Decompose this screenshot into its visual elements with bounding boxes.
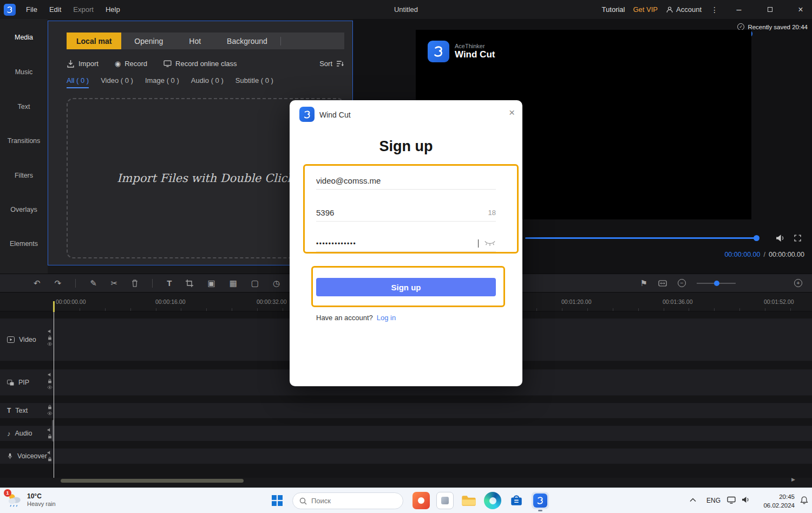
undo-icon[interactable]: ↶ [34, 279, 41, 287]
filter-video[interactable]: Video ( 0 ) [101, 76, 133, 85]
text-tool-icon[interactable]: T [167, 279, 172, 287]
sort-button[interactable]: Sort [319, 60, 344, 68]
more-options-icon[interactable]: ⋮ [710, 5, 719, 14]
search-input[interactable] [311, 497, 387, 505]
marker-icon[interactable]: ⚑ [640, 279, 647, 287]
notifications-bell-icon[interactable] [800, 496, 808, 504]
audio-track-lane[interactable] [0, 426, 812, 441]
account-button[interactable]: Account [666, 5, 702, 14]
pip-track-toggles[interactable] [47, 372, 53, 389]
menu-export[interactable]: Export [67, 5, 100, 14]
menu-file[interactable]: File [20, 5, 43, 14]
signup-submit-button[interactable]: Sign up [316, 278, 496, 296]
photos-app-icon[interactable] [436, 492, 454, 509]
tab-local-material[interactable]: Local mat [67, 33, 121, 49]
sidebar-item-overlays[interactable]: Overlays [0, 206, 48, 213]
email-input[interactable] [316, 176, 496, 185]
file-explorer-icon[interactable] [460, 492, 477, 509]
crop-icon[interactable] [186, 280, 193, 287]
edit-icon[interactable]: ✎ [90, 279, 97, 287]
sidebar-item-transitions[interactable]: Transitions [0, 137, 48, 145]
zoom-slider[interactable] [697, 283, 736, 284]
pip-track-header[interactable]: PIP [0, 369, 54, 395]
zoom-in-icon[interactable]: + [794, 279, 802, 287]
edge-browser-icon[interactable] [484, 492, 501, 509]
taskbar-app-orange-icon[interactable] [412, 492, 430, 509]
tutorial-button[interactable]: Tutorial [602, 5, 625, 14]
clock-widget[interactable]: 20:45 06.02.2024 [760, 493, 795, 510]
windcut-app-icon[interactable] [532, 492, 549, 509]
menu-help[interactable]: Help [100, 5, 126, 14]
track-label: Audio [15, 430, 32, 437]
import-button[interactable]: Import [67, 60, 99, 68]
close-button[interactable]: × [789, 0, 812, 19]
video-track-header[interactable]: Video [0, 319, 54, 361]
timeline-horizontal-scrollbar[interactable] [61, 479, 244, 483]
record-button[interactable]: ◉ Record [115, 60, 147, 68]
voiceover-track-toggles[interactable] [47, 450, 52, 462]
zoom-out-icon[interactable]: − [678, 279, 686, 287]
volume-icon[interactable] [776, 234, 785, 242]
text-track-toggles[interactable] [47, 405, 53, 415]
frame-icon[interactable]: ▢ [251, 279, 259, 287]
eye-off-icon[interactable] [484, 241, 496, 247]
filter-audio[interactable]: Audio ( 0 ) [191, 76, 224, 85]
sidebar-item-music[interactable]: Music [0, 68, 48, 76]
verification-code-field[interactable]: 18 [316, 208, 496, 222]
start-button[interactable] [272, 495, 283, 506]
record-online-class-button[interactable]: Record online class [163, 60, 237, 68]
password-field[interactable]: ••••••••••••• [316, 239, 496, 252]
zoom-slider-handle[interactable] [714, 281, 719, 286]
sidebar-item-filters[interactable]: Filters [0, 172, 48, 179]
account-icon [666, 6, 673, 14]
volume-tray-icon[interactable] [742, 496, 750, 503]
voiceover-track-header[interactable]: Voiceover [0, 449, 54, 464]
toolbar-divider [75, 279, 76, 288]
dialog-close-icon[interactable]: × [509, 107, 515, 119]
tray-chevron-icon[interactable] [690, 498, 696, 502]
redo-icon[interactable]: ↷ [55, 279, 62, 287]
seek-bar[interactable] [525, 237, 759, 239]
canvas-icon[interactable]: ▣ [207, 279, 215, 287]
get-vip-button[interactable]: Get VIP [633, 5, 658, 14]
tab-background[interactable]: Background [214, 37, 280, 46]
scroll-right-arrow-icon[interactable]: ▶ [791, 477, 795, 482]
sidebar-item-media[interactable]: Media [0, 34, 48, 41]
menu-edit[interactable]: Edit [43, 5, 67, 14]
microsoft-store-icon[interactable] [508, 492, 525, 509]
weather-desc: Heavy rain [27, 501, 56, 508]
audio-track-toggles[interactable] [47, 427, 52, 439]
fullscreen-icon[interactable] [794, 235, 801, 242]
pip-track-icon [7, 380, 14, 386]
taskbar-search[interactable] [292, 492, 403, 509]
sidebar-item-text[interactable]: Text [0, 103, 48, 111]
tab-hot[interactable]: Hot [176, 37, 214, 46]
mosaic-icon[interactable]: ▦ [230, 279, 237, 287]
audio-track-header[interactable]: ♪ Audio [0, 426, 54, 441]
filter-image[interactable]: Image ( 0 ) [145, 76, 179, 85]
delete-icon[interactable] [132, 280, 138, 287]
sidebar-item-elements[interactable]: Elements [0, 240, 48, 248]
minimize-button[interactable]: – [728, 0, 750, 19]
maximize-button[interactable] [758, 0, 781, 19]
code-input[interactable] [316, 208, 488, 217]
tab-opening[interactable]: Opening [121, 37, 176, 46]
text-track-header[interactable]: T Text [0, 403, 54, 418]
video-track-toggles[interactable] [47, 329, 53, 346]
text-track-lane[interactable] [0, 403, 812, 418]
filter-all[interactable]: All ( 0 ) [67, 76, 89, 88]
playhead-handle[interactable] [53, 301, 55, 312]
language-indicator[interactable]: ENG [706, 497, 721, 504]
weather-widget[interactable]: 1 10°C Heavy rain [6, 492, 56, 508]
login-link[interactable]: Log in [377, 314, 396, 322]
email-field[interactable] [316, 176, 496, 190]
display-tray-icon[interactable] [727, 496, 736, 504]
seek-handle[interactable] [754, 235, 759, 241]
cut-icon[interactable]: ✂ [111, 279, 118, 287]
speed-icon[interactable]: ◷ [273, 279, 280, 287]
voiceover-track-lane[interactable] [0, 449, 812, 464]
password-masked-value[interactable]: ••••••••••••• [316, 240, 477, 248]
fit-timeline-icon[interactable] [658, 280, 667, 287]
filter-subtitle[interactable]: Subtitle ( 0 ) [235, 76, 273, 85]
notification-badge: 1 [4, 489, 11, 497]
